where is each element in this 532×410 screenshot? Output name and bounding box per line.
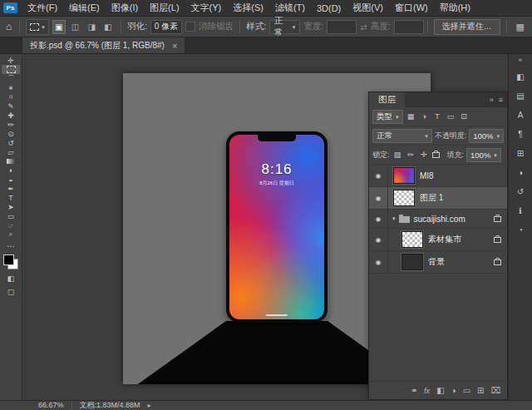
status-options-icon[interactable]: ▸ (148, 401, 151, 410)
layer-thumbnail[interactable] (393, 190, 415, 206)
workspace-switcher-icon[interactable]: ▦ (513, 22, 528, 32)
height-input[interactable] (394, 20, 424, 34)
menu-window[interactable]: 窗口(W) (389, 0, 434, 16)
layer-thumbnail[interactable] (401, 254, 423, 270)
visibility-toggle[interactable]: ◉ (369, 187, 388, 209)
menu-image[interactable]: 图像(I) (106, 0, 144, 16)
select-and-mask-button[interactable]: 选择并遮住… (434, 19, 500, 35)
zoom-tool[interactable]: ⌕ (2, 230, 20, 239)
layer-thumbnail[interactable] (401, 231, 423, 248)
path-selection-tool[interactable]: ➤ (2, 202, 20, 211)
eraser-tool[interactable]: ▱ (2, 147, 20, 156)
paragraph-panel-icon[interactable]: ¶ (512, 128, 529, 141)
visibility-toggle[interactable]: ◉ (369, 210, 388, 228)
layer-row[interactable]: ◉ 图层 1 (369, 187, 507, 210)
visibility-toggle[interactable]: ◉ (369, 165, 388, 186)
screen-mode-icon[interactable]: ▢ (7, 288, 15, 296)
adjustments-panel-icon[interactable]: ◑ (512, 166, 529, 179)
swap-dimensions-icon[interactable]: ⇄ (360, 22, 367, 32)
antialias-checkbox[interactable] (185, 22, 195, 32)
lock-all-icon[interactable] (432, 152, 440, 158)
history-brush-tool[interactable]: ↺ (2, 138, 20, 147)
add-to-selection-icon[interactable]: ◫ (69, 20, 82, 34)
lock-transparent-pixels-icon[interactable]: ▨ (392, 150, 403, 161)
menu-edit[interactable]: 编辑(E) (63, 0, 106, 16)
menu-view[interactable]: 视图(V) (347, 0, 389, 16)
pen-tool[interactable]: ✒ (2, 184, 20, 193)
color-panel-icon[interactable]: ◧ (512, 71, 529, 83)
hand-tool[interactable]: ☞ (2, 220, 20, 230)
filter-pixel-layers-icon[interactable]: ▦ (406, 111, 416, 122)
layer-name[interactable]: sucaijishi.com (414, 215, 466, 224)
add-layer-mask-icon[interactable]: ◧ (436, 386, 444, 395)
magic-wand-tool[interactable]: ✶ (2, 83, 20, 92)
document-tab[interactable]: 投影.psd @ 66.7% (图层 1, RGB/8#) × (22, 37, 185, 53)
properties-panel-icon[interactable]: ◔ (512, 224, 529, 236)
intersect-selection-icon[interactable]: ◧ (101, 20, 115, 34)
subtract-from-selection-icon[interactable]: ◨ (85, 20, 98, 34)
width-input[interactable] (327, 20, 357, 34)
panel-menu-icon[interactable]: ≡ (499, 96, 503, 104)
menu-select[interactable]: 选择(S) (227, 0, 269, 16)
lasso-tool[interactable]: ⌒ (2, 74, 20, 83)
healing-brush-tool[interactable]: ✚ (2, 111, 20, 120)
character-panel-icon[interactable]: A (512, 109, 529, 121)
visibility-toggle[interactable]: ◉ (369, 251, 388, 273)
eyedropper-tool[interactable]: ✎ (2, 101, 20, 111)
visibility-toggle[interactable]: ◉ (369, 229, 388, 250)
swatches-panel-icon[interactable]: ▤ (512, 90, 529, 102)
menu-layer[interactable]: 图层(L) (144, 0, 185, 16)
filter-smart-objects-icon[interactable]: ⊡ (459, 111, 470, 122)
home-icon[interactable]: ⌂ (4, 21, 13, 32)
menu-file[interactable]: 文件(F) (22, 0, 63, 16)
brush-tool[interactable]: ✏ (2, 120, 20, 129)
filter-adjustment-layers-icon[interactable]: ◑ (419, 111, 430, 122)
fill-input[interactable]: 100% ▾ (466, 148, 501, 162)
layer-name[interactable]: MI8 (420, 171, 434, 180)
menu-filter[interactable]: 滤镜(T) (269, 0, 311, 16)
menu-type[interactable]: 文字(Y) (185, 0, 228, 16)
feather-input[interactable]: 0 像素 (150, 20, 182, 34)
foreground-color-swatch[interactable] (3, 254, 14, 265)
lock-position-icon[interactable]: ✛ (419, 150, 430, 161)
zoom-level-field[interactable]: 66.67% (38, 401, 64, 410)
tool-preset-picker[interactable]: ▾ (26, 19, 49, 35)
layer-row[interactable]: ◉ MI8 (369, 165, 507, 187)
layer-thumbnail[interactable] (393, 167, 415, 184)
delete-layer-icon[interactable]: ⌧ (490, 386, 500, 395)
layer-name[interactable]: 背景 (428, 256, 445, 268)
crop-tool[interactable]: ⌗ (2, 92, 20, 101)
layer-group-row[interactable]: ◉ ▾ sucaijishi.com (369, 210, 507, 229)
tab-layers[interactable]: 图层 (369, 92, 405, 107)
menu-3d[interactable]: 3D(D) (311, 0, 347, 16)
info-panel-icon[interactable]: ℹ (512, 205, 529, 217)
filter-shape-layers-icon[interactable]: ▭ (446, 111, 456, 122)
panel-collapse-icon[interactable]: » (490, 96, 494, 104)
blend-mode-select[interactable]: 正常 ▾ (372, 129, 432, 143)
new-group-icon[interactable]: ▭ (463, 386, 470, 395)
adjustment-layer-icon[interactable]: ◑ (451, 386, 456, 395)
style-select[interactable]: 正常 ▾ (269, 20, 300, 34)
layer-row[interactable]: ◉ 素材集市 (369, 229, 507, 251)
new-selection-icon[interactable]: ▣ (52, 20, 66, 34)
gradient-tool[interactable] (2, 156, 20, 165)
blur-tool[interactable]: ◗ (2, 165, 20, 175)
dodge-tool[interactable]: ◒ (2, 175, 20, 184)
filter-type-layers-icon[interactable]: T (432, 111, 443, 122)
edit-toolbar-icon[interactable]: ⋯ (7, 242, 15, 250)
layer-name[interactable]: 素材集市 (428, 234, 461, 245)
type-tool[interactable]: T (2, 193, 20, 202)
history-panel-icon[interactable]: ↺ (512, 185, 529, 198)
opacity-input[interactable]: 100% ▾ (469, 129, 504, 143)
menu-help[interactable]: 帮助(H) (434, 0, 476, 16)
layer-style-icon[interactable]: fx (424, 387, 430, 395)
new-layer-icon[interactable]: ⊞ (477, 386, 484, 395)
group-expand-icon[interactable]: ▾ (392, 215, 396, 222)
shape-tool[interactable]: ▭ (2, 211, 20, 220)
move-tool[interactable]: ✛ (2, 56, 20, 65)
close-icon[interactable]: × (172, 41, 177, 51)
color-swatches[interactable] (3, 254, 18, 269)
lock-image-pixels-icon[interactable]: ✏ (406, 150, 416, 161)
layer-name[interactable]: 图层 1 (420, 192, 443, 204)
expand-panels-icon[interactable]: « (518, 56, 522, 64)
